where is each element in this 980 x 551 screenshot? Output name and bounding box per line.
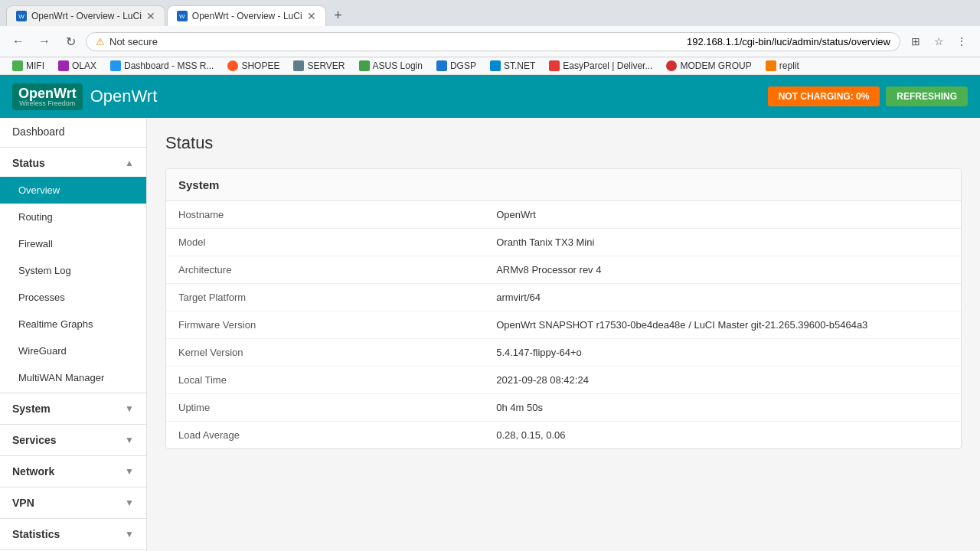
bookmark-shopee[interactable]: SHOPEE (221, 59, 286, 73)
row-label: Uptime (166, 394, 484, 422)
logo-text-sub: Wireless Freedom (19, 100, 75, 107)
system-info-table: Hostname OpenWrt Model Oranth Tanix TX3 … (166, 201, 961, 448)
sidebar-section-system[interactable]: System ▼ (0, 395, 146, 422)
tab-2[interactable]: W OpenWrt - Overview - LuCi ✕ (167, 5, 326, 26)
menu-icon[interactable]: ⋮ (951, 31, 972, 52)
extensions-icon[interactable]: ⊞ (905, 31, 926, 52)
row-label: Local Time (166, 367, 484, 394)
tab-1[interactable]: W OpenWrt - Overview - LuCi ✕ (6, 5, 165, 26)
row-value: Oranth Tanix TX3 Mini (484, 229, 961, 256)
tab-bar: W OpenWrt - Overview - LuCi ✕ W OpenWrt … (0, 0, 980, 26)
sidebar-divider-6 (0, 518, 146, 519)
tab-title-1: OpenWrt - Overview - LuCi (31, 11, 142, 21)
row-value: 2021-09-28 08:42:24 (484, 367, 961, 394)
forward-button[interactable]: → (34, 31, 55, 52)
sidebar-divider-5 (0, 487, 146, 487)
sidebar-section-status[interactable]: Status ▲ (0, 149, 146, 177)
sidebar-section-services[interactable]: Services ▼ (0, 426, 146, 454)
bookmark-replit[interactable]: replit (760, 59, 805, 73)
sidebar-item-system-log[interactable]: System Log (0, 257, 146, 284)
tab-title-2: OpenWrt - Overview - LuCi (192, 11, 302, 21)
table-row: Local Time 2021-09-28 08:42:24 (166, 367, 961, 394)
sidebar-divider-2 (0, 393, 146, 393)
chevron-statistics: ▼ (125, 529, 134, 540)
sidebar-item-realtime-graphs[interactable]: Realtime Graphs (0, 311, 146, 337)
chevron-system: ▼ (125, 403, 134, 414)
chevron-status: ▲ (125, 158, 134, 168)
lock-icon: ⚠ (96, 36, 105, 47)
row-value: ARMv8 Processor rev 4 (484, 256, 961, 284)
bookmark-modem[interactable]: MODEM GROUP (660, 59, 757, 73)
table-row: Hostname OpenWrt (166, 201, 961, 229)
sidebar-item-dashboard[interactable]: Dashboard (0, 118, 146, 145)
table-row: Load Average 0.28, 0.15, 0.06 (166, 422, 961, 449)
table-row: Target Platform armvirt/64 (166, 284, 961, 311)
bookmark-easyparcel[interactable]: EasyParcel | Deliver... (543, 59, 658, 73)
row-value: 0h 4m 50s (484, 394, 961, 422)
row-label: Hostname (166, 201, 484, 229)
row-value: armvirt/64 (484, 284, 961, 311)
bookmark-icon[interactable]: ☆ (928, 31, 949, 52)
address-bar: ← → ↻ ⚠ Not secure 192.168.1.1/cgi-bin/l… (0, 26, 980, 57)
row-label: Target Platform (166, 284, 484, 311)
bookmark-asus[interactable]: ASUS Login (353, 59, 429, 73)
sidebar-item-firewall[interactable]: Firewall (0, 230, 146, 257)
content-area: Status System Hostname OpenWrt Model Ora… (147, 118, 980, 551)
tab-close-1[interactable]: ✕ (146, 11, 155, 21)
logo-box: OpenWrt Wireless Freedom (12, 83, 83, 110)
bookmark-olax[interactable]: OLAX (52, 59, 103, 73)
logo-area: OpenWrt Wireless Freedom OpenWrt (12, 83, 157, 110)
address-input[interactable]: ⚠ Not secure 192.168.1.1/cgi-bin/luci/ad… (86, 32, 900, 51)
browser-chrome: W OpenWrt - Overview - LuCi ✕ W OpenWrt … (0, 0, 980, 75)
tab-favicon-1: W (16, 11, 27, 21)
app-container: OpenWrt Wireless Freedom OpenWrt NOT CHA… (0, 75, 980, 551)
new-tab-button[interactable]: + (328, 5, 349, 26)
sidebar-section-statistics[interactable]: Statistics ▼ (0, 520, 146, 548)
main-layout: Dashboard Status ▲ Overview Routing Fire… (0, 118, 980, 551)
bookmarks-bar: MIFI OLAX Dashboard - MSS R... SHOPEE SE… (0, 57, 980, 75)
sidebar-item-wireguard[interactable]: WireGuard (0, 337, 146, 364)
bookmark-mifi[interactable]: MIFI (6, 59, 51, 73)
chevron-vpn: ▼ (125, 497, 134, 508)
system-card-header: System (166, 169, 961, 201)
row-label: Architecture (166, 256, 484, 284)
tab-favicon-2: W (177, 11, 188, 21)
bookmark-stnet[interactable]: ST.NET (484, 59, 541, 73)
bookmark-dashboard[interactable]: Dashboard - MSS R... (104, 59, 220, 73)
sidebar-item-routing[interactable]: Routing (0, 204, 146, 230)
row-label: Firmware Version (166, 311, 484, 339)
row-value: OpenWrt (484, 201, 961, 229)
row-value: OpenWrt SNAPSHOT r17530-0be4dea48e / LuC… (484, 311, 961, 339)
table-row: Kernel Version 5.4.147-flippy-64+o (166, 339, 961, 367)
sidebar-divider-3 (0, 424, 146, 425)
charging-button[interactable]: NOT CHARGING: 0% (768, 86, 880, 106)
sidebar-item-overview[interactable]: Overview (0, 177, 146, 204)
address-text: 192.168.1.1/cgi-bin/luci/admin/status/ov… (687, 36, 890, 47)
sidebar-section-vpn[interactable]: VPN ▼ (0, 489, 146, 517)
bookmark-server[interactable]: SERVER (287, 59, 351, 73)
chevron-network: ▼ (125, 466, 134, 477)
lock-label: Not secure (109, 36, 682, 47)
table-row: Architecture ARMv8 Processor rev 4 (166, 256, 961, 284)
app-header: OpenWrt Wireless Freedom OpenWrt NOT CHA… (0, 75, 980, 118)
reload-button[interactable]: ↻ (60, 31, 81, 52)
app-title: OpenWrt (90, 86, 158, 106)
sidebar-divider-1 (0, 147, 146, 148)
tab-close-2[interactable]: ✕ (307, 11, 316, 21)
row-label: Load Average (166, 422, 484, 449)
logo-text-main: OpenWrt (18, 86, 77, 100)
table-row: Firmware Version OpenWrt SNAPSHOT r17530… (166, 311, 961, 339)
header-buttons: NOT CHARGING: 0% REFRESHING (768, 86, 968, 106)
sidebar-item-multiwan[interactable]: MultiWAN Manager (0, 364, 146, 391)
table-row: Model Oranth Tanix TX3 Mini (166, 229, 961, 256)
chevron-services: ▼ (125, 435, 134, 445)
refreshing-button[interactable]: REFRESHING (886, 86, 968, 106)
toolbar-icons: ⊞ ☆ ⋮ (905, 31, 972, 52)
bookmark-dgsp[interactable]: DGSP (430, 59, 482, 73)
back-button[interactable]: ← (8, 31, 29, 52)
sidebar: Dashboard Status ▲ Overview Routing Fire… (0, 118, 147, 551)
row-label: Model (166, 229, 484, 256)
sidebar-item-processes[interactable]: Processes (0, 284, 146, 311)
sidebar-section-network[interactable]: Network ▼ (0, 458, 146, 485)
system-card: System Hostname OpenWrt Model Oranth Tan… (165, 168, 962, 449)
